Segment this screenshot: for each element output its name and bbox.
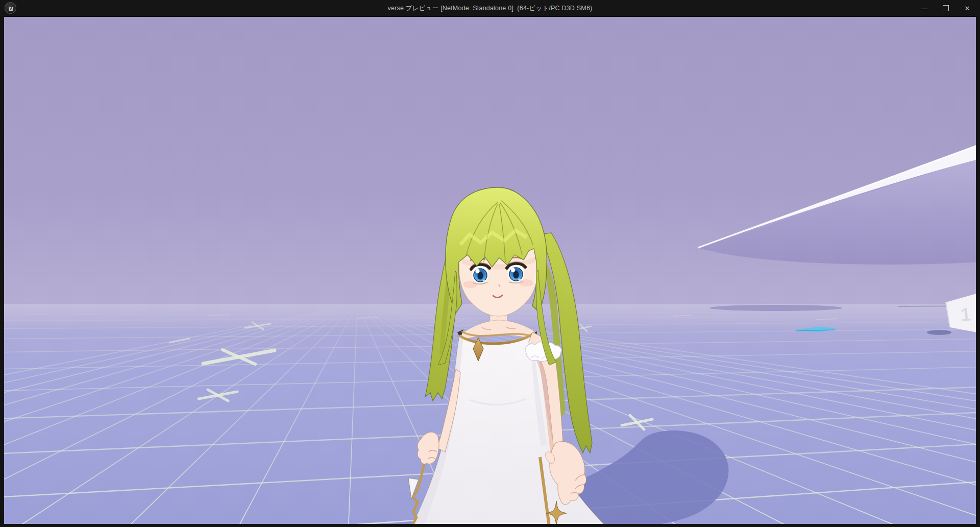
minimize-icon: — [921,5,928,12]
logo-glyph: u [8,4,13,12]
maximize-icon [943,5,949,11]
titlebar[interactable]: u verse プレビュー [NetMode: Standalone 0] (6… [0,0,980,16]
unreal-engine-logo-icon: u [5,2,16,14]
window-title: verse プレビュー [NetMode: Standalone 0] (64-… [0,4,980,13]
app-window: u verse プレビュー [NetMode: Standalone 0] (6… [0,0,980,527]
maximize-button[interactable] [935,0,957,16]
sign-shadow [927,330,951,335]
disc-floor-shadow [709,305,842,311]
game-viewport[interactable]: 1 [4,16,976,524]
close-icon: ✕ [965,5,970,12]
window-controls: — ✕ [914,0,978,16]
close-button[interactable]: ✕ [957,0,978,16]
minimize-button[interactable]: — [914,0,935,16]
sign-label: 1 [960,303,972,325]
